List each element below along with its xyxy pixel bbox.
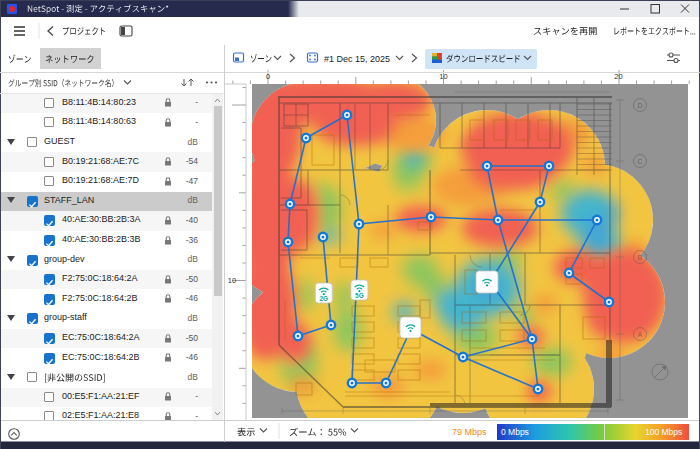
svg-text:A: A bbox=[638, 331, 643, 338]
svg-text:10: 10 bbox=[439, 72, 447, 81]
svg-text:20: 20 bbox=[614, 72, 622, 81]
svg-text:#1 Dec 15, 2025: #1 Dec 15, 2025 bbox=[324, 54, 390, 64]
svg-text:5G: 5G bbox=[355, 292, 364, 299]
svg-text:D: D bbox=[637, 102, 642, 109]
svg-text:10: 10 bbox=[228, 276, 236, 285]
svg-text:2G: 2G bbox=[319, 295, 328, 302]
svg-text:C: C bbox=[637, 158, 642, 165]
svg-text:79 Mbps: 79 Mbps bbox=[452, 427, 487, 437]
svg-text:0: 0 bbox=[266, 72, 270, 81]
svg-text:B: B bbox=[638, 254, 643, 261]
